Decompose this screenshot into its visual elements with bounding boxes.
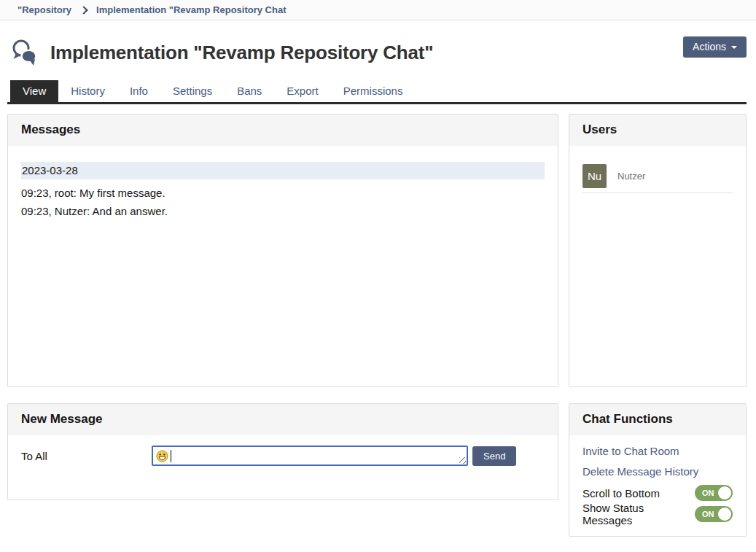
messages-panel-title: Messages <box>8 114 558 146</box>
breadcrumb: "Repository Implementation "Revamp Repos… <box>0 0 756 20</box>
smiley-emoji-icon[interactable] <box>156 450 168 462</box>
messages-panel: Messages 2023-03-28 09:23, root: My firs… <box>7 114 558 387</box>
show-status-messages-toggle[interactable]: ON <box>695 506 733 522</box>
breadcrumb-item-current[interactable]: Implementation "Revamp Repository Chat <box>96 4 286 15</box>
tab-permissions[interactable]: Permissions <box>331 80 416 102</box>
tab-settings[interactable]: Settings <box>160 80 225 102</box>
show-status-messages-label: Show Status Messages <box>582 502 695 526</box>
toggle-on-text: ON <box>702 510 714 518</box>
user-list-item: Nu Nutzer <box>582 164 733 193</box>
message-list: 2023-03-28 09:23, root: My first message… <box>8 146 558 220</box>
tab-history[interactable]: History <box>58 80 117 102</box>
toggle-knob <box>718 508 731 521</box>
tab-bans[interactable]: Bans <box>225 80 274 102</box>
chat-functions-panel: Chat Functions Invite to Chat Room Delet… <box>569 403 747 537</box>
page-header: Implementation "Revamp Repository Chat" … <box>10 37 747 68</box>
send-button[interactable]: Send <box>472 446 516 466</box>
actions-button-label: Actions <box>693 41 726 53</box>
tab-export[interactable]: Export <box>274 80 330 102</box>
chat-message: 09:23, root: My first message. <box>21 184 545 202</box>
delete-message-history-link[interactable]: Delete Message History <box>582 464 733 478</box>
caret-down-icon <box>731 46 737 49</box>
text-cursor <box>171 450 171 462</box>
message-date-header: 2023-03-28 <box>21 162 545 179</box>
user-name: Nutzer <box>617 171 645 182</box>
content-area: Messages 2023-03-28 09:23, root: My firs… <box>7 114 747 537</box>
chevron-right-icon <box>79 6 87 14</box>
users-panel-title: Users <box>569 114 746 146</box>
tab-view[interactable]: View <box>10 80 58 102</box>
message-input[interactable] <box>152 446 468 466</box>
new-message-panel: New Message To All Send <box>7 403 558 500</box>
actions-button[interactable]: Actions <box>683 36 747 58</box>
avatar: Nu <box>582 164 607 188</box>
chat-functions-panel-title: Chat Functions <box>569 404 746 435</box>
chat-message: 09:23, Nutzer: And an answer. <box>21 202 545 220</box>
new-message-panel-title: New Message <box>8 404 558 435</box>
toggle-knob <box>718 486 731 499</box>
page-title: Implementation "Revamp Repository Chat" <box>50 42 433 64</box>
scroll-to-bottom-toggle[interactable]: ON <box>695 485 733 501</box>
recipient-label: To All <box>21 450 152 462</box>
breadcrumb-item-repository[interactable]: "Repository <box>17 4 71 15</box>
tab-bar: View History Info Settings Bans Export P… <box>7 80 747 104</box>
toggle-on-text: ON <box>702 489 714 497</box>
scroll-to-bottom-label: Scroll to Bottom <box>582 487 660 499</box>
tab-info[interactable]: Info <box>117 80 160 102</box>
chat-bubbles-icon <box>10 38 39 67</box>
users-panel: Users Nu Nutzer <box>569 114 747 387</box>
resize-handle[interactable] <box>459 457 466 464</box>
invite-to-chat-room-link[interactable]: Invite to Chat Room <box>582 444 733 458</box>
